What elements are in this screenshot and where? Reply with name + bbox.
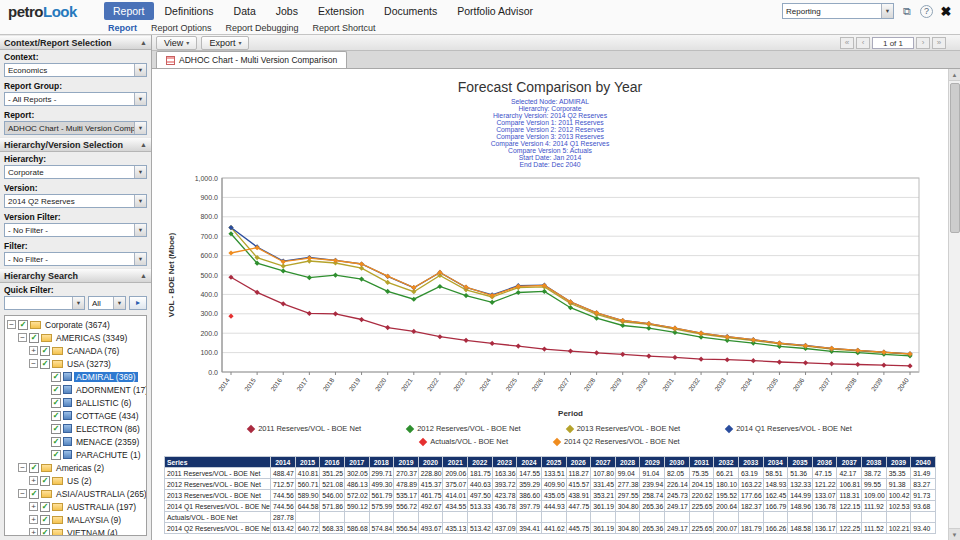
checkbox-checked-icon[interactable]: ✓ <box>29 489 39 499</box>
next-page-button[interactable]: › <box>916 37 930 49</box>
help-icon[interactable]: ? <box>920 5 933 18</box>
tree-item-ballistic[interactable]: ✓BALLISTIC (6) <box>5 396 146 409</box>
menu-definitions[interactable]: Definitions <box>156 2 223 20</box>
checkbox-checked-icon[interactable]: ✓ <box>51 398 61 408</box>
submenu-report-debugging[interactable]: Report Debugging <box>226 23 299 33</box>
checkbox-checked-icon[interactable]: ✓ <box>18 320 28 330</box>
value-cell: 277.38 <box>615 479 640 490</box>
value-cell <box>591 512 616 523</box>
section-context-report-selection[interactable]: Context/Report Selection ▲ <box>0 35 151 50</box>
tree-item-vietnam[interactable]: +✓VIETNAM (4) <box>5 526 146 536</box>
node-icon <box>63 385 72 394</box>
value-cell: 99.55 <box>862 479 887 490</box>
checkbox-checked-icon[interactable]: ✓ <box>51 424 61 434</box>
collapse-icon[interactable]: − <box>29 359 38 368</box>
chevron-down-icon: ▼ <box>134 195 146 207</box>
checkbox-checked-icon[interactable]: ✓ <box>51 385 61 395</box>
collapse-icon[interactable]: − <box>18 489 27 498</box>
tree-item-australia[interactable]: +✓AUSTRALIA (197) <box>5 500 146 513</box>
section-hierarchy-search[interactable]: Hierarchy Search ▲ <box>0 268 151 283</box>
checkbox-checked-icon[interactable]: ✓ <box>40 346 50 356</box>
expand-icon[interactable]: + <box>29 476 38 485</box>
menu-portfolio-advisor[interactable]: Portfolio Advisor <box>448 2 542 20</box>
tree-item-electron[interactable]: ✓ELECTRON (86) <box>5 422 146 435</box>
collapse-arrow-icon[interactable]: ▲ <box>140 39 147 46</box>
checkbox-checked-icon[interactable]: ✓ <box>40 476 50 486</box>
collapse-icon[interactable]: − <box>7 320 16 329</box>
reporting-select[interactable]: Reporting ▼ <box>782 3 894 19</box>
collapse-icon[interactable]: − <box>18 463 27 472</box>
view-button[interactable]: View ▾ <box>156 36 197 50</box>
checkbox-checked-icon[interactable]: ✓ <box>40 359 50 369</box>
tree-item-corporate[interactable]: −✓Corporate (3674) <box>5 318 146 331</box>
tree-item-asia-australia[interactable]: −✓ASIA/AUSTRALIA (265) <box>5 487 146 500</box>
tab-adhoc-chart[interactable]: ADHOC Chart - Multi Version Comparison <box>156 51 347 68</box>
menu-jobs[interactable]: Jobs <box>267 2 307 20</box>
export-button[interactable]: Export ▾ <box>201 36 249 50</box>
vertical-scrollbar[interactable]: ▲ ▼ <box>948 69 960 540</box>
svg-text:2022: 2022 <box>426 376 440 392</box>
topbar-right: Reporting ▼ ⧉ ? ✖ <box>782 3 954 19</box>
checkbox-checked-icon[interactable]: ✓ <box>40 528 50 537</box>
version-filter-select[interactable]: - No Filter -▼ <box>4 223 147 237</box>
tree-item-parachute[interactable]: ✓PARACHUTE (1) <box>5 448 146 461</box>
scrollbar-thumb[interactable] <box>950 83 960 233</box>
collapse-arrow-icon[interactable]: ▲ <box>140 272 147 279</box>
filter-select[interactable]: - No Filter -▼ <box>4 252 147 266</box>
report-group-select[interactable]: - All Reports -▼ <box>4 92 147 106</box>
checkbox-checked-icon[interactable]: ✓ <box>51 372 61 382</box>
menu-extension[interactable]: Extension <box>309 2 373 20</box>
collapse-arrow-icon[interactable]: ▲ <box>140 141 147 148</box>
submenu-report-options[interactable]: Report Options <box>151 23 212 33</box>
checkbox-checked-icon[interactable]: ✓ <box>29 463 39 473</box>
value-cell: 91.73 <box>911 490 936 501</box>
checkbox-checked-icon[interactable]: ✓ <box>40 515 50 525</box>
quick-filter-scope-select[interactable]: All ▼ <box>88 296 126 310</box>
context-select[interactable]: Economics▼ <box>4 63 147 77</box>
tree-item-cottage[interactable]: ✓COTTAGE (434) <box>5 409 146 422</box>
prev-page-button[interactable]: ‹ <box>856 37 870 49</box>
tree-item-adornment[interactable]: ✓ADORNMENT (17) <box>5 383 146 396</box>
value-cell <box>443 512 468 523</box>
svg-text:2027: 2027 <box>556 376 570 392</box>
value-cell: 58.51 <box>763 468 788 479</box>
tree-item-us[interactable]: +✓US (2) <box>5 474 146 487</box>
menu-report[interactable]: Report <box>104 2 154 20</box>
collapse-icon[interactable]: − <box>18 333 27 342</box>
checkbox-checked-icon[interactable]: ✓ <box>51 411 61 421</box>
tree-item-usa[interactable]: −✓USA (3273) <box>5 357 146 370</box>
submenu-report[interactable]: Report <box>108 23 137 33</box>
window-icon[interactable]: ⧉ <box>899 5 915 18</box>
tree-item-americas[interactable]: −✓AMERICAS (3349) <box>5 331 146 344</box>
tree-item-canada[interactable]: +✓CANADA (76) <box>5 344 146 357</box>
submenu-report-shortcut[interactable]: Report Shortcut <box>313 23 376 33</box>
checkbox-checked-icon[interactable]: ✓ <box>51 450 61 460</box>
tree-item-admiral[interactable]: ✓ADMIRAL (369) <box>5 370 146 383</box>
last-page-button[interactable]: » <box>932 37 946 49</box>
expand-icon[interactable]: + <box>29 502 38 511</box>
first-page-button[interactable]: « <box>840 37 854 49</box>
value-cell: 410.81 <box>295 468 320 479</box>
report-select[interactable]: ADHOC Chart - Multi Version Comparison▼ <box>4 121 147 135</box>
section-hierarchy-version-selection[interactable]: Hierarchy/Version Selection ▲ <box>0 137 151 152</box>
tree-item-americas[interactable]: −✓Americas (2) <box>5 461 146 474</box>
expand-icon[interactable]: + <box>29 528 38 536</box>
expand-icon[interactable]: + <box>29 515 38 524</box>
tree-item-malaysia[interactable]: +✓MALAYSIA (9) <box>5 513 146 526</box>
scroll-up-icon[interactable]: ▲ <box>949 69 960 81</box>
menu-data[interactable]: Data <box>225 2 265 20</box>
quick-filter-go-button[interactable]: ▸ <box>129 296 147 310</box>
hierarchy-select[interactable]: Corporate▼ <box>4 165 147 179</box>
table-row: 2011 Reserves/VOL - BOE Net488.47410.813… <box>165 468 936 479</box>
scroll-down-icon[interactable]: ▼ <box>949 528 960 540</box>
checkbox-checked-icon[interactable]: ✓ <box>40 502 50 512</box>
checkbox-checked-icon[interactable]: ✓ <box>51 437 61 447</box>
menu-documents[interactable]: Documents <box>375 2 446 20</box>
year-column-header: 2017 <box>344 457 369 468</box>
close-icon[interactable]: ✖ <box>938 4 954 19</box>
version-select[interactable]: 2014 Q2 Reserves▼ <box>4 194 147 208</box>
expand-icon[interactable]: + <box>29 346 38 355</box>
quick-filter-input[interactable]: ▼ <box>4 296 85 310</box>
checkbox-checked-icon[interactable]: ✓ <box>29 333 39 343</box>
tree-item-menace[interactable]: ✓MENACE (2359) <box>5 435 146 448</box>
